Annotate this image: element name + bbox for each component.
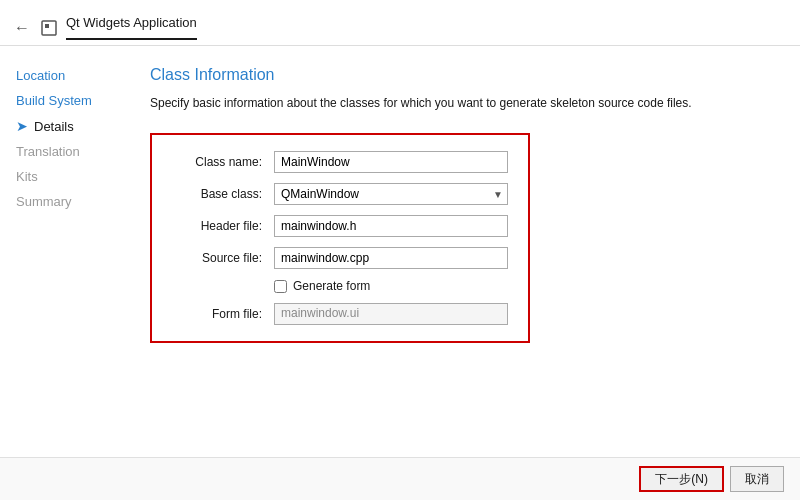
- bottom-bar: 下一步(N) 取消: [0, 457, 800, 500]
- sidebar-item-label-build-system: Build System: [16, 93, 92, 108]
- form-file-input: mainwindow.ui: [274, 303, 508, 325]
- generate-form-row: Generate form: [274, 279, 508, 293]
- sidebar-item-label-location: Location: [16, 68, 65, 83]
- title-bar: ← Qt Widgets Application: [0, 0, 800, 46]
- window: ← Qt Widgets Application Location Build …: [0, 0, 800, 500]
- class-info-form: Class name: Base class: QMainWindow QWid…: [150, 133, 530, 343]
- generate-form-label: Generate form: [293, 279, 370, 293]
- form-file-label: Form file:: [172, 307, 262, 321]
- source-file-input[interactable]: [274, 247, 508, 269]
- class-name-input[interactable]: [274, 151, 508, 173]
- class-name-row: Class name:: [172, 151, 508, 173]
- header-file-row: Header file:: [172, 215, 508, 237]
- cancel-button[interactable]: 取消: [730, 466, 784, 492]
- sidebar-item-translation: Translation: [12, 142, 108, 161]
- sidebar-item-label-kits: Kits: [16, 169, 38, 184]
- base-class-label: Base class:: [172, 187, 262, 201]
- sidebar-item-details[interactable]: ➤ Details: [12, 116, 108, 136]
- sidebar-item-build-system[interactable]: Build System: [12, 91, 108, 110]
- sidebar-item-label-details: Details: [34, 119, 74, 134]
- base-class-select[interactable]: QMainWindow QWidget QDialog: [274, 183, 508, 205]
- sidebar-item-kits: Kits: [12, 167, 108, 186]
- header-file-label: Header file:: [172, 219, 262, 233]
- app-icon: [40, 19, 58, 37]
- sidebar-item-summary: Summary: [12, 192, 108, 211]
- base-class-row: Base class: QMainWindow QWidget QDialog …: [172, 183, 508, 205]
- source-file-label: Source file:: [172, 251, 262, 265]
- sidebar: Location Build System ➤ Details Translat…: [0, 46, 120, 457]
- section-title: Class Information: [150, 66, 770, 84]
- app-title: Qt Widgets Application: [66, 15, 197, 40]
- generate-form-checkbox[interactable]: [274, 280, 287, 293]
- sidebar-item-label-summary: Summary: [16, 194, 72, 209]
- form-file-row: Form file: mainwindow.ui: [172, 303, 508, 325]
- sidebar-item-label-translation: Translation: [16, 144, 80, 159]
- main-content: Location Build System ➤ Details Translat…: [0, 46, 800, 457]
- back-button[interactable]: ←: [14, 19, 30, 37]
- class-name-label: Class name:: [172, 155, 262, 169]
- header-file-input[interactable]: [274, 215, 508, 237]
- details-arrow-icon: ➤: [16, 118, 28, 134]
- section-description: Specify basic information about the clas…: [150, 94, 700, 113]
- right-panel: Class Information Specify basic informat…: [120, 46, 800, 457]
- source-file-row: Source file:: [172, 247, 508, 269]
- svg-rect-1: [45, 24, 49, 28]
- base-class-select-wrapper: QMainWindow QWidget QDialog ▼: [274, 183, 508, 205]
- sidebar-item-location[interactable]: Location: [12, 66, 108, 85]
- next-button[interactable]: 下一步(N): [639, 466, 724, 492]
